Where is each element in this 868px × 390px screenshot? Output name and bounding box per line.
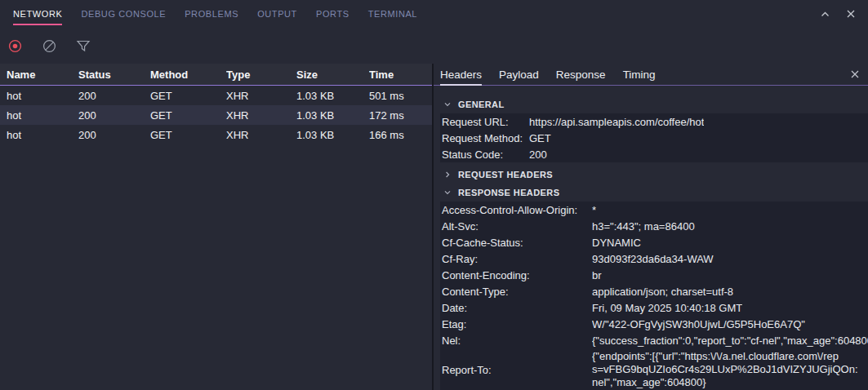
details-tab-bar: Headers Payload Response Timing	[434, 64, 868, 86]
header-row: Content-Type: application/json; charset=…	[442, 283, 868, 299]
header-name: Content-Type:	[442, 286, 592, 298]
header-row: Cf-Cache-Status: DYNAMIC	[442, 234, 868, 250]
header-name: Alt-Svc:	[442, 220, 592, 233]
table-row[interactable]: hot 200 GET XHR 1.03 KB 166 ms	[0, 125, 432, 144]
cell-method: GET	[150, 90, 226, 102]
tab-response[interactable]: Response	[556, 64, 606, 85]
section-title: GENERAL	[458, 100, 505, 109]
tab-problems-label: PROBLEMS	[185, 9, 238, 19]
tab-output[interactable]: OUTPUT	[257, 0, 297, 28]
header-row: Request URL: https://api.sampleapis.com/…	[442, 113, 868, 130]
tab-timing[interactable]: Timing	[623, 64, 656, 85]
filter-icon	[76, 39, 91, 53]
record-button[interactable]	[5, 36, 24, 55]
cell-name: hot	[7, 109, 78, 122]
header-row: Content-Encoding: br	[442, 267, 868, 283]
header-row: Etag: W/"422-OFgVyjSW3h0UjwL/G5P5HoE6A7Q…	[442, 316, 868, 332]
header-value: Fri, 09 May 2025 10:40:18 GMT	[592, 302, 742, 314]
tab-network-label: NETWORK	[13, 9, 62, 19]
column-header-type[interactable]: Type	[226, 69, 296, 81]
window-controls	[817, 0, 858, 28]
header-value: 200	[529, 148, 547, 161]
column-header-time[interactable]: Time	[369, 69, 432, 81]
header-row: Date: Fri, 09 May 2025 10:40:18 GMT	[442, 299, 868, 316]
requests-table: Name Status Method Type Size Time hot 20…	[0, 64, 434, 390]
header-row: Request Method: GET	[442, 130, 868, 146]
tab-ports-label: PORTS	[316, 9, 349, 19]
chevron-down-icon	[443, 188, 452, 197]
header-name: Cf-Ray:	[442, 253, 592, 265]
section-header-response-headers[interactable]: RESPONSE HEADERS	[440, 184, 868, 202]
table-row[interactable]: hot 200 GET XHR 1.03 KB 172 ms	[0, 105, 432, 125]
header-row: Access-Control-Allow-Origin: *	[442, 202, 868, 218]
tab-output-label: OUTPUT	[257, 9, 297, 19]
cell-type: XHR	[226, 109, 296, 122]
header-value: br	[592, 269, 602, 281]
cell-size: 1.03 KB	[296, 109, 369, 122]
column-header-method[interactable]: Method	[150, 69, 226, 81]
cell-size: 1.03 KB	[296, 129, 369, 141]
headers-content: GENERAL Request URL: https://api.samplea…	[434, 86, 868, 390]
header-value: W/"422-OFgVyjSW3h0UjwL/G5P5HoE6A7Q"	[592, 318, 805, 330]
filter-button[interactable]	[73, 36, 93, 55]
tab-headers-label: Headers	[440, 69, 482, 81]
header-name: Status Code:	[442, 148, 529, 161]
column-header-size[interactable]: Size	[296, 69, 369, 81]
record-icon	[8, 39, 22, 53]
header-value: {"success_fraction":0,"report_to":"cf-ne…	[592, 335, 868, 347]
cell-status: 200	[78, 90, 150, 102]
header-name: Access-Control-Allow-Origin:	[442, 204, 592, 216]
header-name: Content-Encoding:	[442, 269, 592, 281]
header-name: Cf-Cache-Status:	[442, 237, 592, 249]
section-header-general[interactable]: GENERAL	[440, 95, 868, 113]
network-toolbar	[0, 28, 868, 64]
header-value: *	[592, 204, 596, 216]
header-value: DYNAMIC	[592, 237, 641, 249]
column-header-status[interactable]: Status	[78, 69, 150, 81]
network-panel: NETWORK DEBUG CONSOLE PROBLEMS OUTPUT PO…	[0, 0, 868, 390]
tab-headers[interactable]: Headers	[440, 64, 482, 85]
tab-timing-label: Timing	[623, 69, 656, 81]
header-name: Date:	[442, 302, 592, 314]
tab-response-label: Response	[556, 69, 606, 81]
tab-problems[interactable]: PROBLEMS	[185, 0, 238, 28]
section-title: RESPONSE HEADERS	[458, 188, 559, 197]
table-row[interactable]: hot 200 GET XHR 1.03 KB 501 ms	[0, 86, 432, 105]
tab-payload[interactable]: Payload	[499, 64, 539, 85]
cell-type: XHR	[226, 90, 296, 102]
tab-debug-console[interactable]: DEBUG CONSOLE	[81, 0, 166, 28]
cell-time: 172 ms	[369, 109, 432, 122]
header-row: Report-To: {"endpoints":[{"url":"https:\…	[442, 348, 868, 390]
cell-name: hot	[7, 90, 78, 102]
header-value: h3=":443"; ma=86400	[592, 220, 695, 233]
collapse-panel-button[interactable]	[817, 7, 832, 21]
close-panel-button[interactable]	[844, 7, 858, 21]
tab-terminal[interactable]: TERMINAL	[368, 0, 417, 28]
cell-method: GET	[150, 129, 226, 141]
response-headers-block: Access-Control-Allow-Origin: * Alt-Svc: …	[440, 202, 868, 390]
section-header-request-headers[interactable]: REQUEST HEADERS	[440, 166, 868, 184]
cell-type: XHR	[226, 129, 296, 141]
header-row: Status Code: 200	[442, 146, 868, 162]
clear-icon	[42, 39, 56, 53]
cell-method: GET	[150, 109, 226, 122]
chevron-down-icon	[443, 100, 452, 109]
header-name: Nel:	[442, 335, 592, 347]
table-header: Name Status Method Type Size Time	[0, 64, 432, 86]
tab-network[interactable]: NETWORK	[13, 0, 62, 28]
cell-status: 200	[78, 129, 150, 141]
general-block: Request URL: https://api.sampleapis.com/…	[440, 113, 868, 162]
header-value: application/json; charset=utf-8	[592, 286, 733, 298]
section-title: REQUEST HEADERS	[458, 170, 553, 179]
header-value: GET	[529, 132, 551, 144]
tab-debug-console-label: DEBUG CONSOLE	[81, 9, 166, 19]
cell-size: 1.03 KB	[296, 90, 369, 102]
clear-button[interactable]	[39, 36, 59, 55]
tab-ports[interactable]: PORTS	[316, 0, 349, 28]
details-close-button[interactable]	[850, 64, 860, 85]
header-name: Request URL:	[442, 116, 529, 128]
header-value: {"endpoints":[{"url":"https:\/\/a.nel.cl…	[592, 348, 858, 390]
column-header-name[interactable]: Name	[7, 69, 78, 81]
header-value: https://api.sampleapis.com/coffee/hot	[529, 116, 704, 128]
header-row: Alt-Svc: h3=":443"; ma=86400	[442, 218, 868, 234]
